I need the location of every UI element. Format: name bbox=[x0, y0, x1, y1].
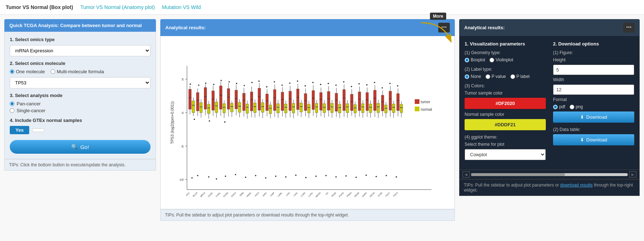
single-cancer-radio[interactable] bbox=[10, 108, 14, 113]
svg-point-1 bbox=[444, 27, 445, 28]
svg-point-271 bbox=[382, 87, 383, 88]
plabel-radio[interactable] bbox=[510, 74, 515, 79]
pan-cancer-label[interactable]: Pan-cancer bbox=[10, 101, 151, 106]
svg-point-267 bbox=[351, 86, 352, 87]
one-molecule-label[interactable]: One molecule bbox=[10, 69, 45, 74]
theme-label: (4) ggplot theme: bbox=[465, 135, 546, 140]
svg-rect-103 bbox=[269, 105, 271, 113]
svg-text:CESC: CESC bbox=[208, 191, 214, 197]
pan-cancer-radio[interactable] bbox=[10, 101, 14, 106]
svg-point-324 bbox=[627, 27, 628, 28]
svg-rect-67 bbox=[235, 90, 238, 109]
yes-toggle[interactable]: Yes bbox=[10, 126, 29, 134]
omics-title: 1. Select omics type bbox=[10, 37, 151, 42]
tumor-color-swatch[interactable]: #DF2020 bbox=[465, 98, 546, 109]
download-figure-button[interactable]: ⬇ Download bbox=[553, 111, 634, 123]
right-panel-header: Analytical results: bbox=[459, 19, 640, 36]
svg-point-287 bbox=[315, 175, 317, 177]
svg-rect-155 bbox=[319, 92, 322, 110]
molecule-radio-group: One molecule Multi-molecule formula bbox=[10, 69, 151, 74]
tab-tumor-box[interactable]: Tumor VS Normal (Box plot) bbox=[6, 4, 73, 10]
svg-rect-83 bbox=[250, 92, 253, 111]
toggle-row: Yes bbox=[10, 126, 151, 134]
svg-rect-175 bbox=[338, 104, 341, 113]
svg-point-276 bbox=[208, 176, 209, 178]
omics-select[interactable]: mRNA Expression Protein Methylation miRN… bbox=[10, 45, 151, 56]
svg-point-295 bbox=[396, 176, 397, 178]
molecule-select[interactable]: TP53 bbox=[10, 77, 151, 88]
svg-rect-159 bbox=[323, 104, 326, 113]
svg-text:5: 5 bbox=[182, 78, 184, 81]
boxplot-label[interactable]: Boxplot bbox=[465, 57, 485, 62]
right-panel: Analytical results: 1. Visualization par… bbox=[459, 19, 640, 196]
height-label: Height bbox=[553, 57, 634, 62]
scroll-right-btn[interactable]: ▶ bbox=[629, 171, 636, 178]
svg-text:LUAD: LUAD bbox=[300, 191, 306, 197]
none-label[interactable]: None bbox=[465, 74, 481, 79]
svg-point-266 bbox=[343, 81, 344, 82]
svg-rect-147 bbox=[312, 90, 314, 109]
svg-text:CHOL: CHOL bbox=[215, 191, 221, 197]
right-scrollbar[interactable]: ◀ ▶ bbox=[459, 170, 640, 179]
go-button[interactable]: 🔍 Go! bbox=[10, 140, 151, 154]
left-tips: TIPs: Click the bottom button to execute… bbox=[4, 159, 156, 171]
download-table-button[interactable]: ⬇ Download bbox=[553, 134, 634, 145]
no-toggle[interactable] bbox=[32, 128, 44, 132]
svg-point-252 bbox=[236, 83, 237, 84]
svg-point-270 bbox=[374, 82, 375, 83]
width-input[interactable] bbox=[553, 84, 634, 95]
png-label[interactable]: png bbox=[570, 104, 583, 109]
svg-point-289 bbox=[335, 176, 337, 178]
svg-rect-211 bbox=[374, 90, 376, 110]
multi-molecule-radio[interactable] bbox=[51, 69, 55, 74]
plabel-label[interactable]: P label bbox=[510, 74, 530, 79]
viz-col: 1. Visualization parameters (1) Geometry… bbox=[465, 41, 546, 165]
analysis-mode-section: 3. Select analysis mode Pan-cancer Singl… bbox=[10, 93, 151, 113]
svg-point-293 bbox=[375, 176, 377, 177]
pvalue-label[interactable]: P value bbox=[486, 74, 506, 79]
svg-rect-171 bbox=[335, 93, 338, 111]
svg-rect-195 bbox=[358, 92, 361, 110]
scroll-left-btn[interactable]: ◀ bbox=[462, 171, 470, 178]
analysis-mode-title: 3. Select analysis mode bbox=[10, 93, 151, 98]
theme-select[interactable]: Cowplot Classic Minimal BW bbox=[465, 149, 546, 160]
violinplot-radio[interactable] bbox=[489, 58, 494, 62]
svg-point-246 bbox=[205, 82, 206, 84]
boxplot-radio[interactable] bbox=[465, 58, 469, 62]
center-panel-header: Analytical results: More bbox=[160, 19, 455, 36]
scrollbar-track[interactable] bbox=[471, 173, 628, 176]
svg-rect-43 bbox=[212, 91, 214, 110]
svg-text:0: 0 bbox=[182, 111, 184, 114]
left-panel-header: Quick TCGA Analysis: Compare between tum… bbox=[4, 19, 156, 32]
figure-label: (1) Figure: bbox=[553, 50, 634, 55]
molecule-title: 2. Select omics molecule bbox=[10, 61, 151, 66]
scrollbar-thumb bbox=[471, 173, 565, 176]
svg-rect-99 bbox=[266, 94, 268, 110]
multi-molecule-label[interactable]: Multi-molecule formula bbox=[51, 69, 104, 74]
normal-color-swatch[interactable]: #DDDF21 bbox=[465, 119, 546, 130]
svg-text:ACC: ACC bbox=[186, 191, 191, 196]
more-button[interactable] bbox=[438, 23, 450, 32]
violinplot-label[interactable]: Violinplot bbox=[489, 57, 513, 62]
none-radio[interactable] bbox=[465, 74, 469, 79]
pdf-label[interactable]: pdf bbox=[553, 104, 565, 109]
svg-point-284 bbox=[285, 176, 287, 178]
one-molecule-radio[interactable] bbox=[10, 69, 14, 74]
right-tips-link[interactable]: download results bbox=[560, 183, 593, 188]
tab-tumor-anatomy[interactable]: Tumor VS Normal (Anatomy plot) bbox=[80, 4, 155, 10]
svg-text:HNSC: HNSC bbox=[246, 191, 252, 197]
two-col-layout: 1. Visualization parameters (1) Geometry… bbox=[465, 41, 634, 165]
png-radio[interactable] bbox=[570, 105, 574, 109]
svg-rect-235 bbox=[397, 93, 399, 110]
svg-point-262 bbox=[312, 82, 314, 83]
right-more-button[interactable] bbox=[623, 23, 635, 32]
pvalue-radio[interactable] bbox=[486, 74, 490, 79]
molecule-section: 2. Select omics molecule One molecule Mu… bbox=[10, 61, 151, 88]
svg-point-254 bbox=[251, 82, 253, 83]
download-icon: ⬇ bbox=[580, 114, 584, 120]
pdf-radio[interactable] bbox=[553, 105, 558, 109]
single-cancer-label[interactable]: Single-cancer bbox=[10, 108, 151, 113]
height-input[interactable] bbox=[553, 65, 634, 75]
tab-mutation-wild[interactable]: Mutation VS Wild bbox=[162, 4, 201, 10]
svg-rect-87 bbox=[254, 103, 256, 113]
